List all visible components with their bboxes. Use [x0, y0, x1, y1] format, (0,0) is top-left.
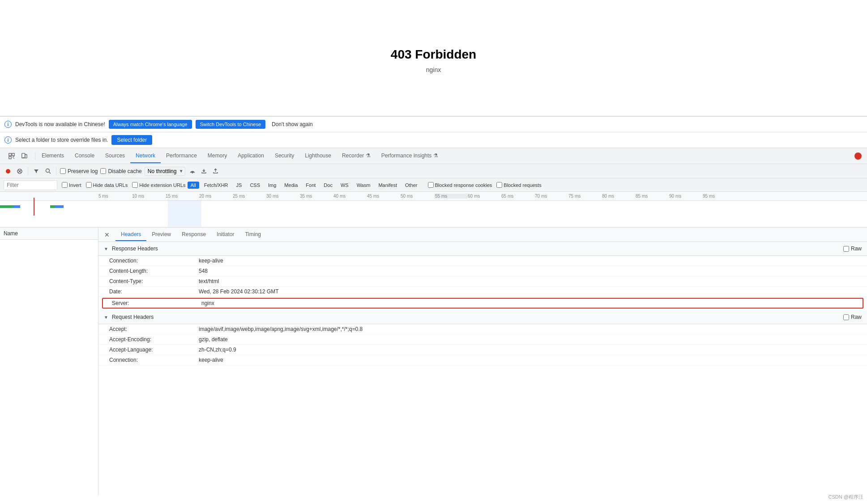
network-filter-bar: Invert Hide data URLs Hide extension URL… — [0, 178, 867, 192]
header-name-accept-language: Accept-Language: — [109, 347, 199, 353]
dont-show-again-button[interactable]: Don't show again — [269, 119, 316, 129]
export-har-icon[interactable] — [211, 167, 220, 176]
response-raw-input[interactable] — [843, 246, 849, 252]
devtools-tab-bar: Elements Console Sources Network Perform… — [0, 148, 867, 164]
detail-close-button[interactable]: ✕ — [102, 230, 112, 240]
always-match-language-button[interactable]: Always match Chrome's language — [109, 120, 192, 129]
detail-tab-timing[interactable]: Timing — [239, 229, 266, 241]
infobar1-text: DevTools is now available in Chinese! — [15, 121, 105, 127]
tab-security[interactable]: Security — [269, 149, 299, 163]
tick-55ms: 55 ms — [434, 194, 468, 199]
detail-tabs: ✕ Headers Preview Response Initiator Tim… — [98, 228, 867, 242]
detail-tab-headers[interactable]: Headers — [115, 229, 146, 241]
svg-rect-4 — [25, 154, 27, 158]
tick-20ms: 20 ms — [199, 194, 233, 199]
preserve-log-input[interactable] — [60, 168, 66, 174]
header-value-content-type: text/html — [199, 278, 862, 284]
header-value-accept: image/avif,image/webp,image/apng,image/s… — [199, 326, 862, 332]
hide-data-urls-checkbox[interactable]: Hide data URLs — [86, 182, 128, 188]
svg-point-12 — [192, 172, 193, 173]
info-icon-1: i — [4, 121, 12, 128]
tab-performance[interactable]: Performance — [161, 149, 202, 163]
tick-85ms: 85 ms — [636, 194, 669, 199]
header-row-connection-req: Connection: keep-alive — [98, 355, 867, 365]
tab-network[interactable]: Network — [130, 149, 161, 163]
name-col-header: Name — [0, 228, 98, 240]
hide-extension-urls-checkbox[interactable]: Hide extension URLs — [132, 182, 185, 188]
response-headers-triangle: ▼ — [104, 246, 108, 251]
tick-60ms: 60 ms — [468, 194, 501, 199]
svg-rect-0 — [9, 153, 11, 155]
header-name-server: Server: — [112, 300, 201, 306]
detail-panel: ✕ Headers Preview Response Initiator Tim… — [98, 228, 867, 495]
svg-rect-3 — [22, 153, 25, 158]
filter-type-all[interactable]: All — [188, 182, 199, 189]
record-button[interactable] — [4, 167, 13, 176]
request-raw-checkbox[interactable]: Raw — [843, 314, 862, 320]
select-folder-button[interactable]: Select folder — [111, 135, 152, 145]
import-har-icon[interactable] — [200, 167, 209, 176]
inspect-element-icon[interactable] — [6, 151, 17, 161]
tab-performance-insights[interactable]: Performance insights ⚗ — [376, 149, 444, 163]
filter-type-fetchxhr[interactable]: Fetch/XHR — [201, 182, 231, 189]
disable-cache-checkbox[interactable]: Disable cache — [100, 168, 141, 174]
detail-tab-response[interactable]: Response — [176, 229, 211, 241]
filter-input[interactable] — [4, 180, 57, 190]
header-value-content-length: 548 — [199, 268, 862, 274]
blocked-requests-checkbox[interactable]: Blocked requests — [496, 182, 541, 188]
tab-elements[interactable]: Elements — [36, 149, 69, 163]
header-name-content-type: Content-Type: — [109, 278, 199, 284]
disable-cache-input[interactable] — [100, 168, 106, 174]
search-button[interactable] — [43, 167, 52, 176]
network-toolbar: Preserve log Disable cache No throttling… — [0, 164, 867, 178]
filter-type-other[interactable]: Other — [402, 182, 421, 189]
page-subtitle: nginx — [426, 66, 441, 73]
request-raw-input[interactable] — [843, 314, 849, 320]
filter-type-font[interactable]: Font — [303, 182, 319, 189]
filter-type-ws[interactable]: WS — [337, 182, 352, 189]
tab-sources[interactable]: Sources — [100, 149, 130, 163]
blocked-cookies-checkbox[interactable]: Blocked response cookies — [428, 182, 492, 188]
filter-type-css[interactable]: CSS — [247, 182, 263, 189]
network-conditions-icon[interactable] — [188, 167, 197, 176]
tab-console[interactable]: Console — [69, 149, 100, 163]
header-name-accept: Accept: — [109, 326, 199, 332]
clear-button[interactable] — [15, 167, 24, 176]
tab-lighthouse[interactable]: Lighthouse — [299, 149, 337, 163]
filter-button[interactable] — [32, 167, 41, 176]
detail-tab-initiator[interactable]: Initiator — [211, 229, 239, 241]
infobar-folder: i Select a folder to store override file… — [0, 132, 867, 148]
tab-memory[interactable]: Memory — [202, 149, 232, 163]
tick-45ms: 45 ms — [367, 194, 401, 199]
network-timeline: 5 ms 10 ms 15 ms 20 ms 25 ms 30 ms 35 ms… — [0, 192, 867, 228]
request-headers-title: Request Headers — [112, 314, 154, 320]
throttle-select[interactable]: No throttling — [145, 167, 185, 176]
invert-checkbox[interactable]: Invert — [62, 182, 81, 188]
device-toolbar-icon[interactable] — [19, 151, 30, 161]
tick-95ms: 95 ms — [703, 194, 736, 199]
filter-type-manifest[interactable]: Manifest — [375, 182, 400, 189]
infobar-language: i DevTools is now available in Chinese! … — [0, 117, 867, 132]
tick-40ms: 40 ms — [333, 194, 367, 199]
page-content: 403 Forbidden nginx — [0, 0, 867, 116]
filter-type-js[interactable]: JS — [233, 182, 245, 189]
tab-recorder[interactable]: Recorder ⚗ — [337, 149, 376, 163]
filter-type-wasm[interactable]: Wasm — [354, 182, 374, 189]
tick-25ms: 25 ms — [233, 194, 266, 199]
tick-10ms: 10 ms — [132, 194, 166, 199]
infobar2-text: Select a folder to store override files … — [15, 137, 108, 143]
tab-application[interactable]: Application — [232, 149, 269, 163]
filter-type-media[interactable]: Media — [281, 182, 301, 189]
header-value-date: Wed, 28 Feb 2024 02:30:12 GMT — [199, 288, 862, 295]
request-headers-triangle: ▼ — [104, 315, 108, 320]
filter-type-img[interactable]: Img — [265, 182, 279, 189]
response-headers-section: ▼ Response Headers Raw — [98, 242, 867, 256]
detail-tab-preview[interactable]: Preview — [146, 229, 176, 241]
preserve-log-checkbox[interactable]: Preserve log — [60, 168, 98, 174]
response-raw-checkbox[interactable]: Raw — [843, 246, 862, 252]
tick-5ms: 5 ms — [98, 194, 132, 199]
header-row-connection: Connection: keep-alive — [98, 256, 867, 266]
filter-type-doc[interactable]: Doc — [320, 182, 336, 189]
switch-to-chinese-button[interactable]: Switch DevTools to Chinese — [196, 120, 265, 129]
toolbar-sep-2 — [56, 167, 56, 175]
